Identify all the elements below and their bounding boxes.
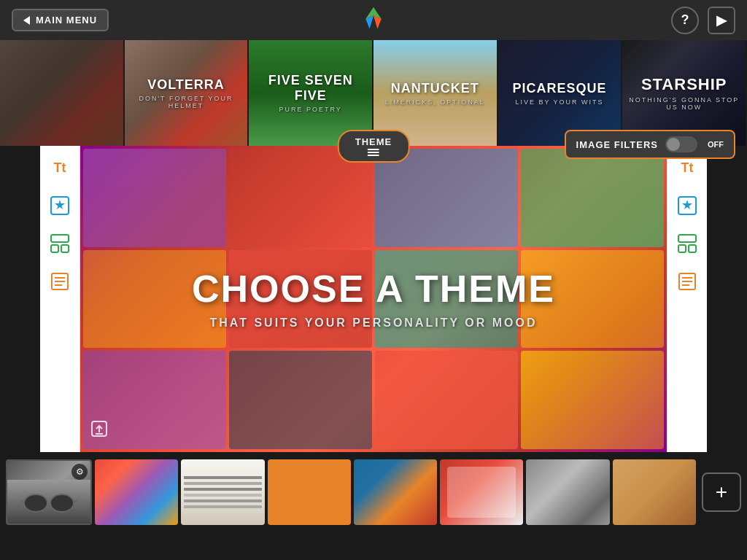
image-star-icon bbox=[50, 195, 70, 216]
logo bbox=[360, 6, 387, 35]
fivesevenfive-title: FIVE SEVEN FIVE bbox=[255, 73, 366, 104]
canvas-background: CHOOSE A THEME THAT SUITS YOUR PERSONALI… bbox=[80, 146, 667, 452]
notes-lines-icon bbox=[50, 271, 70, 292]
svg-rect-19 bbox=[689, 245, 696, 252]
svg-marker-0 bbox=[365, 7, 382, 18]
right-sidebar: Tt bbox=[667, 146, 707, 452]
main-menu-button[interactable]: MAIN MENU bbox=[12, 9, 109, 31]
svg-marker-16 bbox=[682, 200, 692, 209]
arrow-left-icon bbox=[23, 16, 30, 25]
picaresque-subtitle: Live By Your Wits bbox=[515, 98, 603, 106]
middle-section: Tt bbox=[0, 146, 747, 452]
picaresque-title: PICARESQUE bbox=[513, 81, 607, 96]
svg-line-28 bbox=[74, 500, 77, 503]
theme-button-container: THEME bbox=[338, 130, 410, 163]
main-canvas: CHOOSE A THEME THAT SUITS YOUR PERSONALI… bbox=[80, 146, 667, 452]
thumbnail-3[interactable] bbox=[181, 459, 264, 525]
top-bar-right: ? ▶ bbox=[671, 7, 735, 34]
thumbnail-4[interactable] bbox=[268, 459, 351, 525]
toggle-knob bbox=[667, 138, 680, 151]
toggle-state-label: OFF bbox=[708, 140, 724, 149]
image-filters-toggle[interactable]: IMAGE FILTERS OFF bbox=[565, 130, 735, 159]
starship-subtitle: NOTHING'S GONNA STOP US NOW bbox=[628, 96, 740, 111]
right-layout-grid-icon bbox=[677, 233, 697, 254]
image-filters-label: IMAGE FILTERS bbox=[576, 139, 658, 150]
thumbnail-8[interactable] bbox=[613, 459, 696, 525]
svg-rect-7 bbox=[61, 245, 69, 252]
top-bar: MAIN MENU ? ▶ bbox=[0, 0, 747, 40]
svg-line-27 bbox=[21, 500, 24, 503]
nantucket-subtitle: LIMERICKS, OPTIONAL bbox=[385, 98, 485, 106]
layout-grid-icon bbox=[50, 233, 70, 254]
main-menu-label: MAIN MENU bbox=[36, 15, 97, 26]
theme-button[interactable]: THEME bbox=[338, 130, 410, 163]
svg-marker-4 bbox=[55, 200, 65, 209]
canvas-text-overlay: CHOOSE A THEME THAT SUITS YOUR PERSONALI… bbox=[177, 254, 570, 343]
sidebar-text-icon[interactable]: Tt bbox=[47, 155, 73, 181]
volterra-subtitle: DON'T FORGET YOUR HELMET bbox=[131, 95, 242, 109]
middle-wrapper: THEME IMAGE FILTERS OFF Tt bbox=[0, 146, 747, 452]
sidebar-notes-icon[interactable] bbox=[47, 268, 73, 295]
image-filters-container: IMAGE FILTERS OFF bbox=[565, 130, 735, 159]
help-button[interactable]: ? bbox=[671, 7, 699, 34]
play-button[interactable]: ▶ bbox=[708, 7, 735, 34]
nantucket-title: NANTUCKET bbox=[391, 81, 479, 96]
left-sidebar: Tt bbox=[40, 146, 80, 452]
sidebar-layout-icon[interactable] bbox=[47, 230, 73, 257]
svg-rect-18 bbox=[678, 245, 686, 252]
theme-btn-lines-icon bbox=[368, 149, 379, 156]
right-sidebar-image-icon[interactable] bbox=[674, 192, 700, 219]
thumbnail-2[interactable] bbox=[95, 459, 178, 525]
svg-rect-17 bbox=[678, 235, 696, 242]
right-sidebar-layout-icon[interactable] bbox=[674, 230, 700, 257]
canvas-sub-title: THAT SUITS YOUR PERSONALITY OR MOOD bbox=[192, 316, 555, 330]
toggle-switch[interactable] bbox=[665, 136, 697, 152]
right-dark-panel bbox=[707, 146, 747, 452]
export-icon[interactable] bbox=[90, 420, 108, 442]
thumbnail-settings-badge[interactable]: ⚙ bbox=[71, 464, 88, 480]
sidebar-image-icon[interactable] bbox=[47, 192, 73, 219]
volterra-title: VOLTERRA bbox=[147, 77, 225, 93]
logo-icon bbox=[360, 6, 387, 32]
theme-item-volterra[interactable]: VOLTERRA DON'T FORGET YOUR HELMET bbox=[125, 40, 249, 146]
theme-button-label: THEME bbox=[355, 136, 392, 147]
right-notes-lines-icon bbox=[677, 271, 697, 292]
canvas-main-title: CHOOSE A THEME bbox=[192, 268, 555, 310]
right-image-star-icon bbox=[677, 195, 697, 216]
svg-rect-6 bbox=[51, 245, 58, 252]
right-sidebar-notes-icon[interactable] bbox=[674, 268, 700, 295]
theme-item-partial-left[interactable] bbox=[0, 40, 125, 146]
add-button[interactable]: + bbox=[702, 472, 741, 512]
svg-point-25 bbox=[50, 494, 74, 512]
thumbnail-7[interactable] bbox=[526, 459, 609, 525]
bottom-thumbnail-strip: ⚙ + bbox=[0, 452, 747, 532]
thumbnail-1[interactable]: ⚙ bbox=[6, 459, 92, 525]
fivesevenfive-subtitle: PURE POETRY bbox=[279, 106, 342, 113]
svg-point-24 bbox=[24, 494, 47, 512]
left-dark-panel bbox=[0, 146, 40, 452]
thumb1-glasses-icon bbox=[20, 487, 78, 516]
svg-rect-5 bbox=[51, 235, 69, 242]
starship-title: STARSHIP bbox=[641, 75, 727, 94]
thumbnail-5[interactable] bbox=[354, 459, 437, 525]
export-svg-icon bbox=[90, 420, 108, 438]
thumbnail-6[interactable] bbox=[440, 459, 523, 525]
